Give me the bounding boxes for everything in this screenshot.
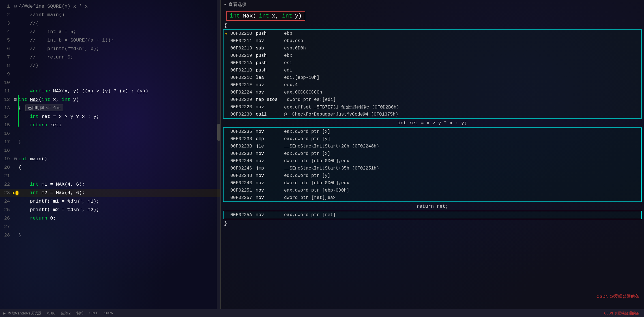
- status-bar: ▶ 本地Windows调试器 行86 应等2 制符 CRLF 100% CSDN…: [0, 309, 644, 317]
- disasm-open-brace: {: [221, 22, 644, 29]
- disasm-row-00F0221F: 00F0221F mov ecx,4: [224, 81, 641, 89]
- disasm-row-00F0221C: 00F0221C lea edi,[ebp-10h]: [224, 74, 641, 81]
- execution-arrow: ▶: [13, 189, 15, 197]
- collapse-btn-19[interactable]: ⊟: [14, 155, 17, 163]
- status-debugger: ▶ 本地Windows调试器: [3, 311, 42, 316]
- triangle-icon: ▼: [224, 3, 226, 7]
- disasm-row-00F0221B: 00F0221B push edi: [224, 67, 641, 74]
- code-content: 1 ⊟ //#define SQURE(x) x * x 2 //int mai…: [0, 0, 220, 242]
- disasm-content: ▼ 查看选项 int Max( int x, int y) {: [221, 0, 644, 309]
- execution-arrow-disasm: ⇒: [225, 31, 229, 36]
- disasm-section-2: 00F02235 mov eax,dword ptr [x] 00F02238 …: [223, 127, 642, 202]
- disasm-row-00F0224B: 00F0224B mov dword ptr [ebp-0D0h],edx: [224, 179, 641, 187]
- code-line-5: 5 // int b = SQURE((a + 1));: [0, 36, 220, 45]
- breakpoint[interactable]: [16, 191, 18, 195]
- code-line-14: 14 int ret = x > y ? x : y;: [0, 112, 220, 121]
- code-line-4: 4 // int a = 5;: [0, 28, 220, 36]
- status-col: 应等2: [61, 311, 71, 316]
- disasm-section-3: 00F0225A mov eax,dword ptr [ret]: [223, 211, 642, 219]
- disasm-row-00F02219: 00F02219 push ebx: [224, 52, 641, 59]
- disasm-row-00F02238: 00F02238 cmp eax,dword ptr [y]: [224, 135, 641, 143]
- disasm-panel: ▼ 查看选项 int Max( int x, int y) {: [221, 0, 644, 309]
- tooltip-time: 已用时间 <= 6ms: [25, 105, 63, 111]
- code-line-16: 16: [0, 129, 220, 138]
- code-line-24: 24 printf("m1 = %d\n", m1);: [0, 197, 220, 206]
- code-line-17: 17 }: [0, 138, 220, 146]
- disasm-row-00F02224: 00F02224 mov eax,0CCCCCCCCh: [224, 89, 641, 96]
- disasm-row-00F02213: 00F02213 sub esp,0D0h: [224, 45, 641, 52]
- status-zoom: 100%: [104, 311, 113, 315]
- code-line-18: 18: [0, 146, 220, 155]
- code-line-19: 19 ⊟ int main(): [0, 155, 220, 163]
- disasm-row-00F02210: ⇒ 00F02210 push ebp: [224, 30, 641, 37]
- code-line-22: 22 int m1 = MAX(4, 6);: [0, 180, 220, 189]
- code-line-28: 28 }: [0, 231, 220, 240]
- disasm-row-00F0222B: 00F0222B mov ecx,offset _5FB7E731_预处理详解@…: [224, 103, 641, 111]
- code-line-15: 15 return ret;: [0, 121, 220, 129]
- func-title: int Max( int x, int y): [226, 11, 305, 21]
- code-line-23: 23 ▶ int m2 = Max(4, 6);: [0, 189, 220, 197]
- disasm-row-00F02229: 00F02229 rep stos dword ptr es:[edi]: [224, 96, 641, 103]
- code-line-10: 10: [0, 79, 220, 87]
- code-line-27: 27: [0, 223, 220, 231]
- code-line-9: 9: [0, 70, 220, 79]
- view-options-label: 查看选项: [228, 2, 246, 8]
- disasm-row-00F02240: 00F02240 mov dword ptr [ebp-0D0h],ecx: [224, 157, 641, 165]
- status-crlf: CRLF: [89, 311, 98, 315]
- disasm-row-00F0223B: 00F0223B jle __$EncStackInitStart+2Ch (0…: [224, 143, 641, 150]
- code-line-2: 2 //int main(): [0, 11, 220, 19]
- func-signature-box: int Max( int x, int y): [223, 10, 642, 21]
- disasm-header: ▼ 查看选项: [221, 0, 644, 9]
- disasm-row-00F0223D: 00F0223D mov ecx,dword ptr [x]: [224, 150, 641, 157]
- status-line: 行86: [47, 311, 55, 316]
- disasm-row-00F02211: 00F02211 mov ebp,esp: [224, 37, 641, 45]
- disasm-row-00F02251: 00F02251 mov eax,dword ptr [ebp-0D0h]: [224, 187, 641, 194]
- disasm-row-00F0225A: 00F0225A mov eax,dword ptr [ret]: [224, 211, 641, 219]
- code-line-12: 12 ⊟ int Max(int x, int y): [0, 95, 220, 104]
- code-line-6: 6 // printf("%d\n", b);: [0, 45, 220, 53]
- code-line-25: 25 printf("m2 = %d\n", m2);: [0, 206, 220, 214]
- disasm-row-00F02235: 00F02235 mov eax,dword ptr [x]: [224, 128, 641, 135]
- disasm-row-00F02248: 00F02248 mov edx,dword ptr [y]: [224, 172, 641, 179]
- main-container: 1 ⊟ //#define SQURE(x) x * x 2 //int mai…: [0, 0, 644, 309]
- disasm-section-1: ⇒ 00F02210 push ebp 00F02211 mov ebp,esp…: [223, 29, 642, 119]
- csdn-watermark: CSDN @爱喝普通的茶: [596, 294, 639, 299]
- section2-header: int ret = x > y ? x : y;: [221, 119, 644, 127]
- code-line-21: 21: [0, 172, 220, 180]
- code-line-7: 7 // return 0;: [0, 53, 220, 62]
- code-line-26: 26 return 0;: [0, 214, 220, 223]
- code-line-11: 11 #define MAX(x, y) ((x) > (y) ? (x) : …: [0, 87, 220, 95]
- code-panel: 1 ⊟ //#define SQURE(x) x * x 2 //int mai…: [0, 0, 221, 309]
- status-tab: 制符: [76, 311, 84, 316]
- disasm-row-00F0221A: 00F0221A push esi: [224, 59, 641, 67]
- code-line-13: 13 { 已用时间 <= 6ms: [0, 104, 220, 112]
- csdn-status: CSDN @爱喝普通的茶: [604, 311, 639, 316]
- code-line-8: 8 //}: [0, 62, 220, 70]
- collapse-btn-12[interactable]: ⊟: [14, 96, 17, 104]
- section3-header: return ret;: [221, 203, 644, 210]
- disasm-close-brace: }: [221, 220, 644, 227]
- disasm-row-00F02230: 00F02230 call @__CheckForDebuggerJustMyC…: [224, 111, 641, 118]
- code-line-20: 20 {: [0, 163, 220, 172]
- collapse-btn-1[interactable]: ⊟: [14, 3, 17, 10]
- disasm-row-00F02257: 00F02257 mov dword ptr [ret],eax: [224, 194, 641, 201]
- code-line-1: 1 ⊟ //#define SQURE(x) x * x: [0, 2, 220, 11]
- disasm-row-00F02246: 00F02246 jmp __$EncStackInitStart+35h (0…: [224, 165, 641, 172]
- code-line-3: 3 //{: [0, 19, 220, 28]
